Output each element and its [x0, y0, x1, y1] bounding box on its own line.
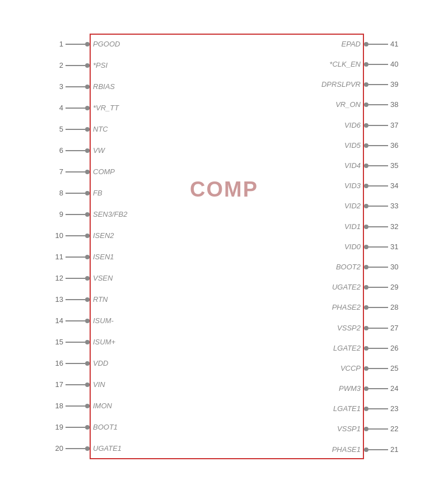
pin-dot [364, 427, 368, 431]
pin-number: 17 [55, 380, 63, 389]
pin-label: *CLK_EN [329, 60, 361, 68]
pin-number: 4 [59, 104, 63, 112]
pin-line [368, 408, 388, 409]
right-pin-row: DPRSLPVR 39 [364, 80, 398, 88]
right-pin-row: VSSP1 22 [364, 425, 398, 433]
left-pin-row: 10 ISEN2 [55, 231, 90, 240]
left-pin-row: 4 *VR_TT [59, 104, 90, 112]
left-pin-row: 2 *PSI [59, 61, 90, 69]
pin-line [66, 278, 85, 279]
left-pin-row: 5 NTC [59, 125, 90, 133]
pin-dot [85, 148, 90, 153]
pin-number: 36 [390, 141, 398, 150]
pin-dot [85, 212, 90, 217]
pin-dot [85, 170, 90, 174]
pin-label: LGATE2 [333, 344, 361, 352]
pin-number: 18 [55, 402, 63, 410]
pin-label: VIN [93, 380, 105, 389]
pin-line [66, 384, 85, 385]
pin-line [368, 125, 388, 126]
pin-label: VW [93, 146, 105, 155]
pin-number: 6 [59, 146, 63, 155]
pin-dot [85, 106, 90, 110]
pin-dot [364, 62, 368, 67]
pin-dot [85, 361, 90, 366]
pin-line [368, 84, 388, 85]
pin-line [66, 427, 85, 428]
pin-label: DPRSLPVR [321, 80, 361, 88]
pin-line [368, 104, 388, 105]
left-pin-row: 16 VDD [55, 359, 90, 367]
pin-line [368, 226, 388, 227]
left-pins-container: 1 PGOOD 2 *PSI 3 RBIAS 4 *VR_TT 5 NTC 6 … [6, 34, 90, 459]
ic-body: COMP [90, 34, 364, 459]
pin-label: BOOT1 [93, 423, 118, 431]
pin-label: *PSI [93, 61, 108, 69]
pin-number: 37 [390, 121, 398, 129]
pin-dot [364, 326, 368, 330]
pin-line [66, 150, 85, 151]
pin-line [368, 64, 388, 65]
pin-line [368, 307, 388, 308]
pin-label: PGOOD [93, 40, 120, 48]
pin-number: 8 [59, 189, 63, 197]
pin-line [66, 299, 85, 300]
pin-number: 27 [390, 324, 398, 332]
right-pin-row: VCCP 25 [364, 364, 398, 372]
pin-label: VID0 [344, 243, 361, 251]
pin-dot [85, 255, 90, 259]
left-pin-row: 9 SEN3/FB2 [59, 210, 90, 218]
pin-number: 9 [59, 210, 63, 218]
pin-label: FB [93, 189, 102, 197]
ic-comp-label: COMP [190, 178, 258, 202]
pin-dot [364, 346, 368, 351]
right-pin-row: VID3 34 [364, 181, 398, 190]
pin-number: 38 [390, 100, 398, 109]
pin-number: 40 [390, 60, 398, 68]
pin-dot [85, 191, 90, 195]
right-pin-row: LGATE2 26 [364, 344, 398, 352]
pin-number: 30 [390, 263, 398, 271]
right-pin-row: VID2 33 [364, 202, 398, 210]
pin-label: VDD [93, 359, 108, 367]
pin-dot [364, 164, 368, 168]
right-pin-row: VSSP2 27 [364, 324, 398, 332]
left-pin-row: 12 VSEN [55, 274, 90, 282]
pin-label: RBIAS [93, 82, 115, 91]
pin-number: 34 [390, 181, 398, 190]
pin-line [368, 185, 388, 186]
pin-line [66, 171, 85, 172]
pin-line [66, 257, 85, 258]
pin-line [66, 129, 85, 130]
pin-label: PWM3 [339, 384, 361, 393]
pin-label: VID6 [344, 121, 361, 129]
right-pin-row: VID5 36 [364, 141, 398, 150]
pin-number: 35 [390, 161, 398, 170]
left-pin-row: 14 ISUM- [55, 316, 90, 325]
pin-label: LGATE1 [333, 404, 361, 413]
pin-line [368, 145, 388, 146]
right-pin-row: VR_ON 38 [364, 100, 398, 109]
pin-dot [85, 425, 90, 430]
pin-line [66, 108, 85, 109]
pin-dot [364, 143, 368, 148]
left-pin-row: 13 RTN [55, 295, 90, 304]
pin-dot [85, 319, 90, 323]
pin-label: VR_ON [335, 100, 361, 109]
pin-dot [364, 366, 368, 371]
left-pin-row: 15 ISUM+ [55, 338, 90, 346]
left-pin-row: 6 VW [59, 146, 90, 155]
pin-dot [364, 305, 368, 310]
pin-dot [364, 82, 368, 87]
left-pin-row: 20 UGATE1 [55, 444, 90, 453]
pin-dot [364, 225, 368, 229]
pin-number: 16 [55, 359, 63, 367]
pin-number: 32 [390, 222, 398, 231]
pin-label: ISEN1 [93, 253, 114, 261]
pin-line [368, 368, 388, 369]
right-pin-row: LGATE1 23 [364, 404, 398, 413]
pin-number: 28 [390, 303, 398, 311]
pin-number: 10 [55, 231, 63, 240]
pin-number: 22 [390, 425, 398, 433]
left-pin-row: 19 BOOT1 [55, 423, 90, 431]
